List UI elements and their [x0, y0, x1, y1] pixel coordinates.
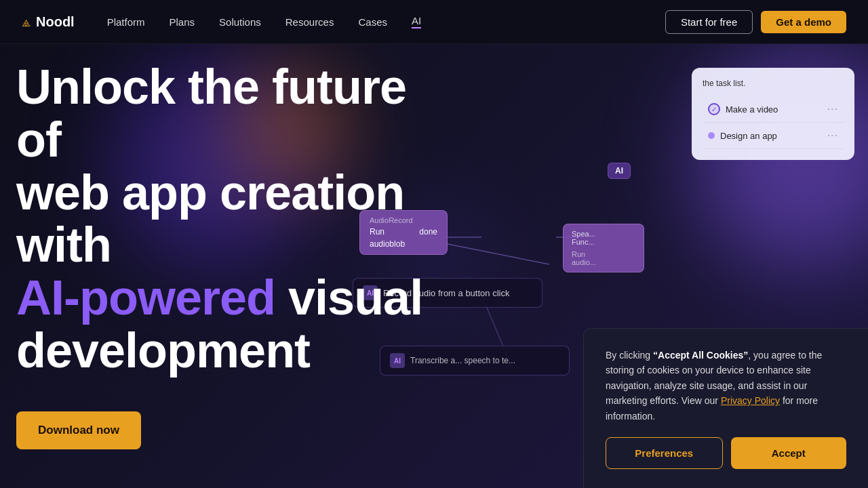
headline-highlight: AI-powered [16, 270, 275, 325]
task-label-0: Make a video [726, 104, 778, 115]
preferences-button[interactable]: Preferences [606, 437, 723, 469]
hero-section: Unlock the future ofweb app creation wit… [0, 0, 868, 488]
cookie-text: By clicking “Accept All Cookies”, you ag… [606, 348, 846, 424]
logo[interactable]: ⟁ Noodl [22, 13, 75, 30]
task-dot-1 [708, 132, 715, 139]
speech-label: Spea...Func... [572, 230, 635, 246]
nav-ai[interactable]: AI [412, 15, 421, 28]
start-free-button[interactable]: Start for free [665, 10, 753, 34]
navbar: ⟁ Noodl Platform Plans Solutions Resourc… [0, 0, 868, 44]
nav-links: Platform Plans Solutions Resources Cases… [107, 15, 665, 28]
task-left-1: Design an app [708, 131, 777, 141]
check-circle-0 [708, 103, 720, 115]
logo-text: Noodl [36, 14, 75, 30]
cookie-actions: Preferences Accept [606, 437, 846, 469]
task-label-1: Design an app [720, 131, 777, 141]
get-demo-button[interactable]: Get a demo [761, 11, 846, 33]
cookie-banner: By clicking “Accept All Cookies”, you ag… [583, 328, 868, 488]
task-panel-intro: the task list. [703, 79, 844, 88]
nav-solutions[interactable]: Solutions [219, 16, 261, 28]
transcribe-text: Transcribe a... speech to te... [410, 356, 515, 365]
hero-headline: Unlock the future ofweb app creation wit… [16, 61, 423, 378]
speech-node: Spea...Func... Runaudio... [563, 224, 644, 272]
task-left-0: Make a video [708, 103, 778, 115]
task-item-1: Design an app ··· [703, 123, 844, 149]
privacy-policy-link[interactable]: Privacy Policy [721, 395, 780, 406]
ai-badge: AI [608, 163, 631, 179]
accept-button[interactable]: Accept [731, 437, 847, 469]
task-item-0: Make a video ··· [703, 96, 844, 123]
svg-line-1 [448, 244, 549, 264]
hero-content: Unlock the future ofweb app creation wit… [16, 61, 423, 449]
nav-cases[interactable]: Cases [358, 16, 387, 28]
nav-plans[interactable]: Plans [170, 16, 195, 28]
cookie-prefix: By clicking [606, 350, 653, 361]
task-dots-1[interactable]: ··· [827, 129, 838, 142]
task-dots-0[interactable]: ··· [827, 103, 838, 115]
cookie-bold: “Accept All Cookies” [653, 350, 748, 361]
logo-icon: ⟁ [22, 13, 31, 30]
nav-platform[interactable]: Platform [107, 16, 145, 28]
nav-resources[interactable]: Resources [285, 16, 334, 28]
task-panel: the task list. Make a video ··· Design a… [692, 68, 854, 160]
headline-text-1: Unlock the future ofweb app creation wit… [16, 60, 406, 272]
download-now-button[interactable]: Download now [16, 411, 141, 449]
nav-actions: Start for free Get a demo [665, 10, 846, 34]
